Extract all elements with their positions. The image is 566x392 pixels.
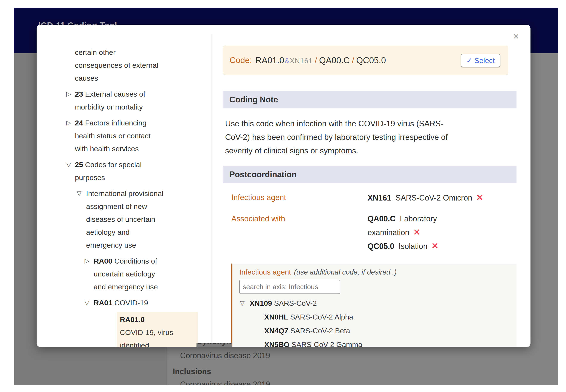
tree-item[interactable]: ▷24 Factors influencinghealth status or … xyxy=(65,116,206,155)
selected-code-title: Isolation xyxy=(398,242,427,251)
slash-separator: / xyxy=(352,56,354,65)
coding-note-header: Coding Note xyxy=(223,91,517,108)
tree-item[interactable]: ▷23 External causes ofmorbidity or morta… xyxy=(65,88,206,113)
tree-item-code: RA00 xyxy=(94,257,114,265)
axis-tree-item[interactable]: XN0HL SARS-CoV-2 Alpha xyxy=(232,310,517,324)
code-label: Code: xyxy=(230,56,252,65)
tree-item-label: morbidity or mortality xyxy=(75,100,206,113)
selected-code-title: Laboratory xyxy=(400,214,437,223)
tree-item-label: diseases of uncertain xyxy=(86,213,206,226)
coding-note-line: CoV-2) has been confirmed by laboratory … xyxy=(225,130,448,144)
postcoordination-row: Infectious agentXN161SARS-CoV-2 Omicron✕ xyxy=(231,191,518,205)
chevron-collapsed-icon[interactable]: ▷ xyxy=(66,88,71,100)
tree-item-label: causes xyxy=(75,72,206,84)
tree-item-code: 23 xyxy=(75,90,85,98)
selected-code-line: QC05.0Isolation✕ xyxy=(368,239,518,253)
axis-title-line: Infectious agent(use additional code, if… xyxy=(239,268,397,276)
axis-search-input[interactable] xyxy=(239,280,340,294)
tree-item[interactable]: ▽RA01 COVID-19 xyxy=(65,296,206,309)
axis-title: Infectious agent xyxy=(239,268,291,276)
tree-item-label: health status or contact xyxy=(75,129,206,142)
infectious-agent-panel: Infectious agent(use additional code, if… xyxy=(231,264,517,347)
selected-code: XN161 xyxy=(368,193,391,202)
axis-tree-code: XN109 xyxy=(250,299,274,307)
tree-item-label: and emergency use xyxy=(94,280,206,293)
axis-hint: (use additional code, if desired .) xyxy=(294,268,397,276)
chevron-expanded-icon[interactable]: ▽ xyxy=(85,296,89,309)
postcoordination-row: Associated withQA00.CLaboratoryexaminati… xyxy=(231,212,518,253)
tree-item-label: uncertain aetiology xyxy=(94,267,206,280)
code-parts: RA01.0&XN161/QA00.C/QC05.0 xyxy=(255,56,386,65)
chevron-collapsed-icon[interactable]: ▷ xyxy=(66,116,71,129)
tree-item-code: 24 xyxy=(75,119,85,127)
remove-code-icon[interactable]: ✕ xyxy=(476,193,483,202)
tree-item-code: RA01.0 xyxy=(120,313,198,326)
selected-code-line: examination✕ xyxy=(368,225,518,239)
coding-note-line: Use this code when infection with the CO… xyxy=(225,117,448,130)
tree-item-label: International provisional xyxy=(86,187,206,200)
chevron-collapsed-icon[interactable]: ▷ xyxy=(85,254,89,267)
postcoordination-heading: Postcoordination xyxy=(229,170,297,179)
background-clipped-heading: Synonyms xyxy=(197,343,232,347)
tree-item[interactable]: ▽International provisionalassignment of … xyxy=(65,187,206,252)
close-icon[interactable]: × xyxy=(513,32,519,41)
axis-tree-code: XN4Q7 xyxy=(264,327,290,335)
tree-item[interactable]: ▷RA00 Conditions ofuncertain aetiologyan… xyxy=(65,254,206,293)
selected-code: QA00.C xyxy=(368,214,396,223)
tree-item-code: RA01 xyxy=(94,299,114,307)
postcoordination-header: Postcoordination xyxy=(223,166,517,183)
selected-code-line: QA00.CLaboratory xyxy=(368,212,518,225)
coding-note-line: severity of clinical signs or symptoms. xyxy=(225,144,448,157)
chevron-expanded-icon[interactable]: ▽ xyxy=(77,187,82,200)
chevron-expanded-icon[interactable]: ▽ xyxy=(66,158,71,171)
chevron-expanded-icon[interactable]: ▽ xyxy=(240,296,245,310)
tree-item-label: aetiology and xyxy=(86,226,206,238)
tree-item[interactable]: certain otherconsequences of externalcau… xyxy=(65,46,206,84)
ampersand-separator: & xyxy=(285,57,289,65)
code-part: QC05.0 xyxy=(356,56,386,65)
entity-dialog: × certain otherconsequences of externalc… xyxy=(37,25,530,347)
select-button[interactable]: ✓ Select xyxy=(461,54,500,67)
hierarchy-tree: certain otherconsequences of externalcau… xyxy=(65,46,206,347)
axis-tree-item[interactable]: ▽XN109 SARS-CoV-2 xyxy=(232,296,517,310)
axis-tree-item[interactable]: XN4Q7 SARS-CoV-2 Beta xyxy=(232,324,517,337)
coding-note-heading: Coding Note xyxy=(229,95,278,104)
code-bar: Code: RA01.0&XN161/QA00.C/QC05.0 ✓ Selec… xyxy=(223,46,508,75)
code-part: QA00.C xyxy=(319,56,350,65)
remove-code-icon[interactable]: ✕ xyxy=(413,227,421,237)
background-page-text: Coronavirus disease 2019 xyxy=(180,351,270,360)
axis-tree-code: XN0HL xyxy=(264,313,290,321)
tree-item-label: 24 Factors influencing xyxy=(75,116,206,129)
selected-code-title: examination xyxy=(368,228,409,237)
tree-item-label: RA01 COVID-19 xyxy=(94,296,206,309)
tree-item-label: 23 External causes of xyxy=(75,88,206,100)
tree-item-label: RA00 Conditions of xyxy=(94,254,206,267)
remove-code-icon[interactable]: ✕ xyxy=(431,241,439,251)
axis-tree-item[interactable]: XN5BQ SARS-CoV-2 Gamma xyxy=(232,337,517,347)
code-part: RA01.0 xyxy=(255,56,284,65)
tree-item[interactable]: ▽25 Codes for specialpurposes xyxy=(65,158,206,184)
extension-code: XN161 xyxy=(290,57,313,65)
selected-code-line: XN161SARS-CoV-2 Omicron✕ xyxy=(368,191,518,205)
coding-note-text: Use this code when infection with the CO… xyxy=(225,117,448,157)
background-page-text: Inclusions xyxy=(173,367,211,376)
tree-item-label: 25 Codes for special xyxy=(75,158,206,171)
tree-item-label: emergency use xyxy=(86,238,206,252)
tree-item-selected[interactable]: RA01.0COVID-19, virusidentified xyxy=(117,312,198,347)
selected-code: QC05.0 xyxy=(368,242,394,251)
tree-item-label: COVID-19, virus xyxy=(120,326,198,339)
selected-code-title: SARS-CoV-2 Omicron xyxy=(396,193,472,202)
tree-item-label: purposes xyxy=(75,171,206,184)
screen: ICD-11 Coding Tool Coronavirus disease 2… xyxy=(0,0,566,392)
tree-content-divider xyxy=(212,34,212,347)
clipped-heading-text: Synonyms xyxy=(197,343,232,346)
tree-item-label: with health services xyxy=(75,142,206,155)
tree-item-label: consequences of external xyxy=(75,59,206,72)
axis-values: QA00.CLaboratoryexamination✕QC05.0Isolat… xyxy=(368,212,518,253)
tree-item-code: 25 xyxy=(75,160,85,169)
background-page-text: Coronavirus disease 2019 xyxy=(180,380,270,385)
slash-separator: / xyxy=(315,56,317,65)
axis-values: XN161SARS-CoV-2 Omicron✕ xyxy=(368,191,518,205)
tree-item-label: assignment of new xyxy=(86,200,206,213)
tree-item-label: certain other xyxy=(75,46,206,59)
